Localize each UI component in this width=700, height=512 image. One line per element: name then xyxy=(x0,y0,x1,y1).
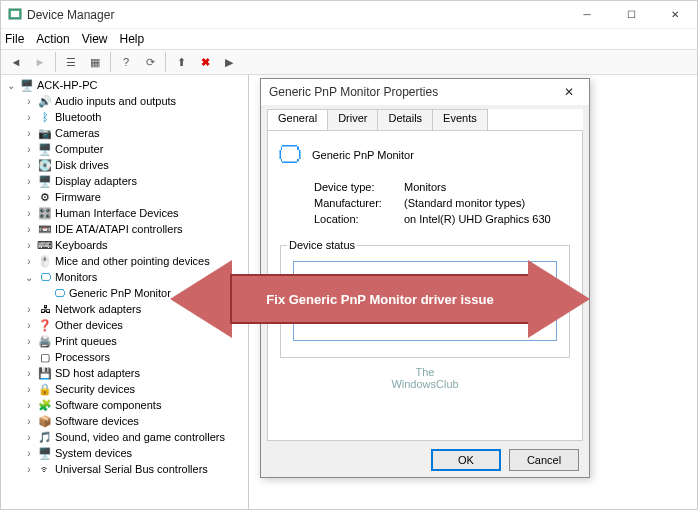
expand-icon[interactable]: › xyxy=(23,112,35,123)
tree-item[interactable]: ›ᯤUniversal Serial Bus controllers xyxy=(19,461,248,477)
tab-details[interactable]: Details xyxy=(377,109,433,130)
dialog-title: Generic PnP Monitor Properties xyxy=(269,85,438,99)
maximize-button[interactable]: ☐ xyxy=(609,1,653,29)
tab-general[interactable]: General xyxy=(267,109,328,130)
tree-item[interactable]: ›▢Processors xyxy=(19,349,248,365)
tree-item[interactable]: ›📷Cameras xyxy=(19,125,248,141)
hid-icon: 🎛️ xyxy=(37,205,53,221)
tab-driver[interactable]: Driver xyxy=(327,109,378,130)
tree-item[interactable]: ›🖥️System devices xyxy=(19,445,248,461)
tree-item[interactable]: ›⚙Firmware xyxy=(19,189,248,205)
device-name: Generic PnP Monitor xyxy=(312,149,414,161)
tab-content: 🖵 Generic PnP Monitor Device type:Monito… xyxy=(267,131,583,441)
menu-view[interactable]: View xyxy=(82,32,108,46)
tree-item-generic-pnp[interactable]: 🖵Generic PnP Monitor xyxy=(19,285,248,301)
sd-icon: 💾 xyxy=(37,365,53,381)
sound-icon: 🎵 xyxy=(37,429,53,445)
tree-item[interactable]: ›🔊Audio inputs and outputs xyxy=(19,93,248,109)
tree-item[interactable]: ›🎵Sound, video and game controllers xyxy=(19,429,248,445)
audio-icon: 🔊 xyxy=(37,93,53,109)
uninstall-button[interactable]: ✖ xyxy=(194,51,216,73)
other-icon: ❓ xyxy=(37,317,53,333)
show-hide-tree-button[interactable]: ☰ xyxy=(60,51,82,73)
prop-key-type: Device type: xyxy=(314,181,404,193)
tree-children: ›🔊Audio inputs and outputs ›ᛒBluetooth ›… xyxy=(1,93,248,477)
window-title: Device Manager xyxy=(25,8,565,22)
dialog-tabs: General Driver Details Events xyxy=(267,109,583,131)
device-tree-pane[interactable]: ⌄ 🖥️ ACK-HP-PC ›🔊Audio inputs and output… xyxy=(1,75,249,509)
expand-icon[interactable]: › xyxy=(23,400,35,411)
tree-item[interactable]: ›📦Software devices xyxy=(19,413,248,429)
minimize-button[interactable]: ─ xyxy=(565,1,609,29)
expand-icon[interactable]: › xyxy=(23,304,35,315)
bluetooth-icon: ᛒ xyxy=(37,109,53,125)
expand-icon[interactable]: › xyxy=(23,96,35,107)
prop-key-mfr: Manufacturer: xyxy=(314,197,404,209)
expand-icon[interactable]: › xyxy=(23,464,35,475)
expand-icon[interactable]: › xyxy=(23,320,35,331)
help-button[interactable]: ? xyxy=(115,51,137,73)
tree-item[interactable]: ›🎛️Human Interface Devices xyxy=(19,205,248,221)
expand-icon[interactable]: › xyxy=(23,256,35,267)
watermark: The WindowsClub xyxy=(278,366,572,390)
tree-item-monitors[interactable]: ⌄🖵Monitors xyxy=(19,269,248,285)
expand-icon[interactable]: › xyxy=(23,432,35,443)
back-button[interactable]: ◄ xyxy=(5,51,27,73)
expand-icon[interactable]: › xyxy=(23,192,35,203)
expand-icon[interactable]: › xyxy=(23,224,35,235)
status-textbox[interactable] xyxy=(293,261,557,341)
update-driver-button[interactable]: ⬆ xyxy=(170,51,192,73)
tree-item[interactable]: ›ᛒBluetooth xyxy=(19,109,248,125)
tree-item[interactable]: ›📼IDE ATA/ATAPI controllers xyxy=(19,221,248,237)
tree-item[interactable]: ›🖧Network adapters xyxy=(19,301,248,317)
tree-item[interactable]: ›🖱️Mice and other pointing devices xyxy=(19,253,248,269)
monitor-icon: 🖵 xyxy=(51,285,67,301)
firmware-icon: ⚙ xyxy=(37,189,53,205)
dialog-close-button[interactable]: ✕ xyxy=(549,79,589,105)
cancel-button[interactable]: Cancel xyxy=(509,449,579,471)
expand-icon[interactable]: › xyxy=(23,128,35,139)
tree-item[interactable]: ›🔒Security devices xyxy=(19,381,248,397)
expand-icon[interactable]: › xyxy=(23,208,35,219)
properties-button[interactable]: ▦ xyxy=(84,51,106,73)
prop-val-loc: on Intel(R) UHD Graphics 630 xyxy=(404,213,551,225)
tree-root[interactable]: ⌄ 🖥️ ACK-HP-PC xyxy=(1,77,248,93)
expand-icon[interactable]: › xyxy=(23,416,35,427)
tree-item[interactable]: ›❓Other devices xyxy=(19,317,248,333)
collapse-icon[interactable]: ⌄ xyxy=(5,80,17,91)
menu-file[interactable]: File xyxy=(5,32,24,46)
expand-icon[interactable]: › xyxy=(23,448,35,459)
tree-item[interactable]: ›⌨Keyboards xyxy=(19,237,248,253)
separator xyxy=(165,52,166,72)
prop-val-type: Monitors xyxy=(404,181,446,193)
expand-icon[interactable]: › xyxy=(23,368,35,379)
status-label: Device status xyxy=(287,239,357,251)
menubar: File Action View Help xyxy=(1,29,697,49)
enable-button[interactable]: ▶ xyxy=(218,51,240,73)
forward-button[interactable]: ► xyxy=(29,51,51,73)
expand-icon[interactable]: › xyxy=(23,240,35,251)
close-button[interactable]: ✕ xyxy=(653,1,697,29)
root-label: ACK-HP-PC xyxy=(37,79,98,91)
expand-icon[interactable]: › xyxy=(23,176,35,187)
expand-icon[interactable]: › xyxy=(23,336,35,347)
collapse-icon[interactable]: ⌄ xyxy=(23,272,35,283)
tree-item[interactable]: ›💽Disk drives xyxy=(19,157,248,173)
tree-item[interactable]: ›💾SD host adapters xyxy=(19,365,248,381)
expand-icon[interactable]: › xyxy=(23,160,35,171)
scan-button[interactable]: ⟳ xyxy=(139,51,161,73)
titlebar: Device Manager ─ ☐ ✕ xyxy=(1,1,697,29)
tree-item[interactable]: ›🖥️Computer xyxy=(19,141,248,157)
expand-icon[interactable]: › xyxy=(23,352,35,363)
tab-events[interactable]: Events xyxy=(432,109,488,130)
tree-item[interactable]: ›🧩Software components xyxy=(19,397,248,413)
expand-icon[interactable]: › xyxy=(23,384,35,395)
dialog-titlebar: Generic PnP Monitor Properties ✕ xyxy=(261,79,589,105)
expand-icon[interactable]: › xyxy=(23,144,35,155)
ok-button[interactable]: OK xyxy=(431,449,501,471)
tree-item[interactable]: ›🖥️Display adapters xyxy=(19,173,248,189)
menu-action[interactable]: Action xyxy=(36,32,69,46)
tree-item[interactable]: ›🖨️Print queues xyxy=(19,333,248,349)
disk-icon: 💽 xyxy=(37,157,53,173)
menu-help[interactable]: Help xyxy=(120,32,145,46)
